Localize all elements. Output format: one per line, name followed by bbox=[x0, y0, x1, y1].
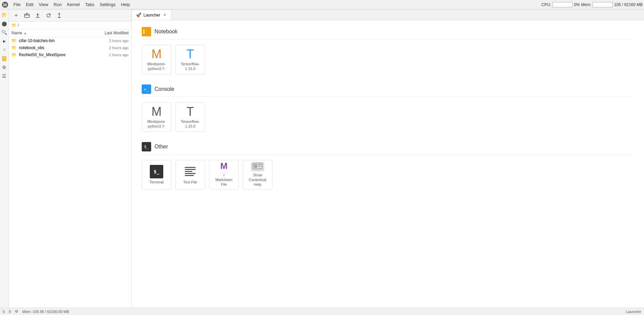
upload-btn[interactable] bbox=[33, 11, 42, 20]
menu-bar: M File Edit View Run Kernel Tabs Setting… bbox=[0, 0, 644, 9]
sidebar-notebook-btn[interactable]: 📒 bbox=[0, 55, 8, 63]
tab-launcher[interactable]: 🚀 Launcher ✕ bbox=[132, 10, 171, 20]
mindspore-label: Mindspore- python3.7- bbox=[145, 62, 168, 71]
file-item-resnet[interactable]: 📁 ResNet50_for_MindSpore 2 hours ago bbox=[9, 51, 131, 58]
sidebar-files-btn[interactable]: 📁 bbox=[0, 11, 8, 19]
sidebar-gear-btn[interactable]: ⚙ bbox=[0, 63, 8, 71]
console-cards: M Mindspore- python3.7- T Tensorflow- 1.… bbox=[142, 102, 634, 132]
menu-run[interactable]: Run bbox=[51, 1, 64, 8]
console-section-title: Console bbox=[155, 86, 174, 92]
sidebar-run-btn[interactable]: ▶ bbox=[0, 37, 8, 45]
file-name: notebook_obs bbox=[19, 45, 85, 50]
file-name: cifar-10-batches-bin bbox=[19, 38, 85, 43]
terminal-card[interactable]: $_ Terminal bbox=[142, 160, 171, 189]
other-section-icon: $_ bbox=[142, 142, 151, 151]
tab-bar: 🚀 Launcher ✕ bbox=[132, 9, 644, 20]
mem-bar bbox=[592, 2, 613, 7]
console-tensorflow-card[interactable]: T Tensorflow- 1.15.0 bbox=[175, 102, 205, 132]
svg-rect-6 bbox=[143, 29, 144, 34]
markdown-icon: M ↓ bbox=[217, 163, 231, 176]
file-list-header: Name ▲ Last Modified bbox=[9, 29, 131, 37]
notebook-section-icon bbox=[142, 27, 151, 36]
app-logo: M bbox=[1, 1, 9, 8]
status-bar: 0 0 ⚙ Mem: 104.96 / 92160.00 MB Launcher bbox=[0, 308, 644, 315]
menu-kernel[interactable]: Kernel bbox=[64, 1, 82, 8]
svg-rect-9 bbox=[258, 164, 261, 165]
console-section-header: >_ Console bbox=[142, 84, 634, 97]
sort-arrow-icon: ▲ bbox=[24, 31, 27, 35]
file-date: 2 hours ago bbox=[85, 46, 129, 50]
svg-rect-2 bbox=[25, 14, 29, 18]
file-list: 📁 cifar-10-batches-bin 2 hours ago 📁 not… bbox=[9, 37, 131, 308]
file-date: 2 hours ago bbox=[85, 39, 129, 43]
sidebar-circle-btn[interactable]: ⬤ bbox=[0, 20, 8, 28]
contextual-help-card[interactable]: Show Contextual Help bbox=[243, 160, 272, 189]
icon-sidebar: 📁 ⬤ 🔍 ▶ ⑂ 📒 ⚙ ☰ bbox=[0, 9, 9, 308]
file-item-cifar[interactable]: 📁 cifar-10-batches-bin 2 hours ago bbox=[9, 37, 131, 44]
status-count-icon: 0 bbox=[9, 310, 11, 314]
cpu-pct: 0% bbox=[574, 2, 580, 7]
launcher-tab-icon: 🚀 bbox=[136, 12, 141, 18]
contextual-label: Show Contextual Help bbox=[246, 173, 269, 187]
sidebar-search-btn[interactable]: 🔍 bbox=[0, 28, 8, 36]
cpu-label: CPU: bbox=[541, 2, 551, 7]
other-cards: $_ Terminal Text File bbox=[142, 160, 634, 189]
terminal-label: Terminal bbox=[149, 180, 164, 184]
other-section-title: Other bbox=[155, 144, 168, 150]
status-zero-icon: 0 bbox=[3, 310, 5, 314]
folder-icon: 📁 bbox=[11, 23, 16, 28]
text-file-card[interactable]: Text File bbox=[175, 160, 205, 189]
new-launcher-btn[interactable]: + bbox=[11, 11, 21, 20]
folder-icon: 📁 bbox=[11, 38, 17, 43]
menu-edit[interactable]: Edit bbox=[23, 1, 36, 8]
console-tensorflow-label: Tensorflow- 1.15.0 bbox=[178, 119, 202, 129]
mem-label: Mem: bbox=[581, 2, 591, 7]
menu-file[interactable]: File bbox=[11, 1, 23, 8]
notebook-mindspore-card[interactable]: M Mindspore- python3.7- bbox=[142, 45, 171, 74]
menu-tabs[interactable]: Tabs bbox=[82, 1, 97, 8]
tensorflow-label: Tensorflow- 1.15.0 bbox=[178, 62, 202, 71]
content-area: 🚀 Launcher ✕ Notebook M bbox=[132, 9, 644, 308]
text-file-label: Text File bbox=[183, 180, 197, 184]
menu-settings[interactable]: Settings bbox=[97, 1, 118, 8]
svg-rect-10 bbox=[258, 166, 261, 167]
tensorflow-letter: T bbox=[187, 48, 194, 60]
refresh-btn[interactable] bbox=[44, 11, 53, 20]
menu-help[interactable]: Help bbox=[118, 1, 133, 8]
terminal-icon: $_ bbox=[150, 165, 163, 178]
notebook-tensorflow-card[interactable]: T Tensorflow- 1.15.0 bbox=[175, 45, 205, 74]
cpu-bar bbox=[552, 2, 573, 7]
notebook-cards: M Mindspore- python3.7- T Tensorflow- 1.… bbox=[142, 45, 634, 74]
text-file-icon bbox=[183, 165, 197, 178]
notebook-section-title: Notebook bbox=[155, 29, 178, 35]
console-mindspore-label: Mindspore- python3.7- bbox=[145, 119, 168, 129]
console-mindspore-letter: M bbox=[151, 106, 162, 118]
file-toolbar: + bbox=[9, 9, 131, 22]
contextual-help-icon bbox=[251, 163, 264, 171]
file-item-notebook-obs[interactable]: 📁 notebook_obs 2 hours ago bbox=[9, 44, 131, 51]
notebook-section-header: Notebook bbox=[142, 27, 634, 39]
mem-stat: 105 / 92160 MB bbox=[614, 2, 643, 7]
markdown-card[interactable]: M ↓ Markdown File bbox=[209, 160, 239, 189]
svg-rect-8 bbox=[254, 164, 257, 168]
markdown-label: Markdown File bbox=[212, 177, 236, 187]
console-mindspore-card[interactable]: M Mindspore- python3.7- bbox=[142, 102, 171, 132]
launcher-content: Notebook M Mindspore- python3.7- T Tenso… bbox=[132, 20, 644, 308]
path-label: / bbox=[18, 23, 19, 28]
new-folder-btn[interactable] bbox=[22, 11, 32, 20]
git-clone-btn[interactable] bbox=[55, 11, 64, 20]
folder-icon: 📁 bbox=[11, 52, 17, 57]
file-date: 2 hours ago bbox=[85, 53, 129, 57]
console-section-icon: >_ bbox=[142, 84, 151, 94]
menu-view[interactable]: View bbox=[36, 1, 51, 8]
file-name: ResNet50_for_MindSpore bbox=[19, 53, 85, 57]
col-modified[interactable]: Last Modified bbox=[85, 31, 129, 35]
sidebar-table-btn[interactable]: ☰ bbox=[0, 72, 8, 80]
tab-label: Launcher bbox=[143, 13, 160, 18]
svg-rect-5 bbox=[144, 29, 148, 35]
cpu-mem-display: CPU: 0% Mem: 105 / 92160 MB bbox=[541, 2, 643, 7]
col-name[interactable]: Name ▲ bbox=[11, 31, 85, 35]
tab-close-btn[interactable]: ✕ bbox=[162, 13, 167, 18]
sidebar-git-btn[interactable]: ⑂ bbox=[0, 46, 8, 54]
file-browser: + bbox=[9, 9, 132, 308]
